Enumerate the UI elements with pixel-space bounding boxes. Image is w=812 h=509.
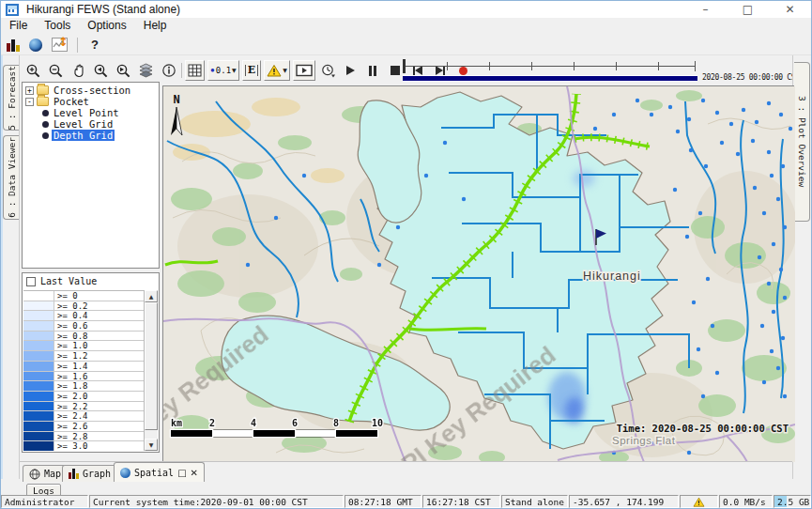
grid-display-button[interactable] xyxy=(185,60,205,81)
legend-panel: Last Value >= 0 >= 0.2 >= 0.4 >= 0.6 >= … xyxy=(22,272,160,453)
status-mode: Stand alone xyxy=(501,495,568,508)
scrollbar-thumb[interactable] xyxy=(145,302,158,430)
zoom-in-icon[interactable] xyxy=(23,60,43,81)
tab-graph[interactable]: Graph xyxy=(62,465,117,482)
legend-class-list: >= 0 >= 0.2 >= 0.4 >= 0.6 >= 0.8 >= 1.0 … xyxy=(23,290,144,451)
svg-text:2: 2 xyxy=(209,418,215,428)
svg-text:8: 8 xyxy=(333,418,339,428)
menu-help[interactable]: Help xyxy=(135,18,176,34)
time-slider-track[interactable] xyxy=(405,66,696,67)
zoom-next-icon[interactable] xyxy=(114,60,133,81)
separator xyxy=(77,38,78,53)
menu-tools[interactable]: Tools xyxy=(36,18,79,34)
map-time-label: Time: 2020-08-25 00:00:00 CST xyxy=(617,423,789,434)
svg-text:4: 4 xyxy=(251,418,256,428)
labels-toggle-button[interactable]: E xyxy=(242,60,261,81)
menu-options[interactable]: Options xyxy=(79,18,134,34)
place-label-hikurangi: Hikurangi xyxy=(583,270,641,283)
scroll-down-icon[interactable]: ▼ xyxy=(145,439,158,451)
info-icon[interactable] xyxy=(159,60,178,81)
tree-item-depth-grid[interactable]: Depth Grid xyxy=(23,130,159,141)
legend-row[interactable]: >= 0.2 xyxy=(23,301,144,312)
color-swatch xyxy=(23,402,54,411)
scroll-up-icon[interactable]: ▲ xyxy=(145,290,158,302)
tree-item-level-point[interactable]: Level Point xyxy=(23,107,159,118)
time-slider-thumb[interactable] xyxy=(403,59,406,73)
animation-panel-button[interactable] xyxy=(293,60,315,81)
collapse-icon[interactable]: - xyxy=(25,98,34,106)
time-span-bar xyxy=(403,76,697,81)
node-bullet-icon xyxy=(42,121,49,128)
main-toolbar: ↕ ? xyxy=(1,35,811,55)
legend-row[interactable]: >= 0.6 xyxy=(23,321,144,332)
color-swatch xyxy=(23,362,54,371)
tree-item-pocket[interactable]: - Pocket xyxy=(23,96,159,107)
legend-row[interactable]: >= 3.0 xyxy=(23,441,144,451)
legend-row[interactable]: >= 1.6 xyxy=(23,372,144,382)
color-swatch xyxy=(23,411,54,421)
pan-hand-icon[interactable] xyxy=(69,60,88,81)
forecasts-icon[interactable] xyxy=(7,39,20,52)
bottom-tab-bar: Map Graph Spatial □ ✕ xyxy=(20,461,792,481)
warning-threshold-dropdown[interactable]: ▼ xyxy=(264,60,290,81)
tab-data-viewer[interactable]: 6 : Data Viewer xyxy=(3,135,19,220)
help-icon[interactable]: ? xyxy=(87,38,99,52)
warning-icon xyxy=(267,64,282,77)
pause-button[interactable] xyxy=(363,60,383,81)
status-warning-cell[interactable] xyxy=(680,495,718,508)
map-viewport[interactable]: N API Key Required API Key Required km 2… xyxy=(162,85,794,461)
maximize-tab-icon[interactable]: □ xyxy=(177,468,186,478)
legend-row[interactable]: >= 1.4 xyxy=(23,362,144,372)
flood-map[interactable]: N API Key Required API Key Required km 2… xyxy=(163,86,795,462)
current-datetime: 2020-08-25 00:00:00 CST xyxy=(702,73,800,82)
maximize-icon[interactable]: □ xyxy=(727,1,769,18)
svg-text:N: N xyxy=(173,93,179,106)
color-swatch xyxy=(23,311,54,320)
chevron-down-icon: ▼ xyxy=(232,68,237,73)
color-swatch xyxy=(23,381,54,391)
tab-plot-overview[interactable]: 3 : Plot Overview xyxy=(794,62,810,222)
legend-row[interactable]: >= 0.4 xyxy=(23,311,144,321)
legend-row[interactable]: >= 1.2 xyxy=(23,351,144,362)
tab-spatial[interactable]: Spatial □ ✕ xyxy=(114,462,205,482)
timeseries-chart-icon[interactable]: ↕ xyxy=(52,38,68,52)
tab-map[interactable]: Map xyxy=(23,465,68,482)
minimize-icon[interactable]: – xyxy=(684,1,727,18)
legend-scrollbar[interactable]: ▲ ▼ xyxy=(144,290,158,451)
legend-row[interactable]: >= 2.0 xyxy=(23,392,144,402)
zoom-out-icon[interactable] xyxy=(46,60,66,81)
tree-item-level-grid[interactable]: Level Grid xyxy=(23,118,159,130)
globe-icon[interactable] xyxy=(29,39,42,52)
layers-icon[interactable] xyxy=(136,60,156,81)
status-local-time: 16:27:18 CST xyxy=(422,495,500,508)
spatial-globe-icon xyxy=(120,468,130,478)
contour-interval-dropdown[interactable]: ● 0.1 ▼ xyxy=(207,60,239,81)
legend-row[interactable]: >= 1.0 xyxy=(23,341,144,351)
expand-icon[interactable]: + xyxy=(25,86,34,95)
interval-value: 0.1 xyxy=(216,66,231,75)
close-tab-icon[interactable]: ✕ xyxy=(191,468,198,478)
legend-row[interactable]: >= 0 xyxy=(23,291,144,301)
close-icon[interactable]: ✕ xyxy=(769,1,811,18)
svg-text:km: km xyxy=(171,418,182,428)
color-swatch xyxy=(23,372,54,381)
legend-row[interactable]: >= 1.8 xyxy=(23,381,144,392)
last-value-checkbox[interactable] xyxy=(26,277,36,286)
legend-row[interactable]: >= 2.8 xyxy=(23,432,144,442)
folder-icon xyxy=(37,85,49,95)
legend-row[interactable]: >= 2.6 xyxy=(23,422,144,432)
legend-row[interactable]: >= 2.4 xyxy=(23,411,144,422)
color-swatch xyxy=(23,301,54,311)
wire-globe-icon xyxy=(29,469,40,480)
legend-row[interactable]: >= 0.8 xyxy=(23,332,144,342)
tab-forecast[interactable]: 5 : Forecast xyxy=(3,65,19,131)
status-bar: Administrator Current system time:2020-0… xyxy=(1,495,811,508)
status-user: Administrator xyxy=(1,495,88,508)
zoom-previous-icon[interactable] xyxy=(91,60,111,81)
window-title: Hikurangi FEWS (Stand alone) xyxy=(26,3,180,16)
play-button[interactable] xyxy=(341,60,360,81)
legend-row[interactable]: >= 2.2 xyxy=(23,402,144,412)
menu-file[interactable]: File xyxy=(1,18,36,34)
timer-settings-icon[interactable] xyxy=(318,60,338,81)
time-slider[interactable] xyxy=(403,58,697,83)
